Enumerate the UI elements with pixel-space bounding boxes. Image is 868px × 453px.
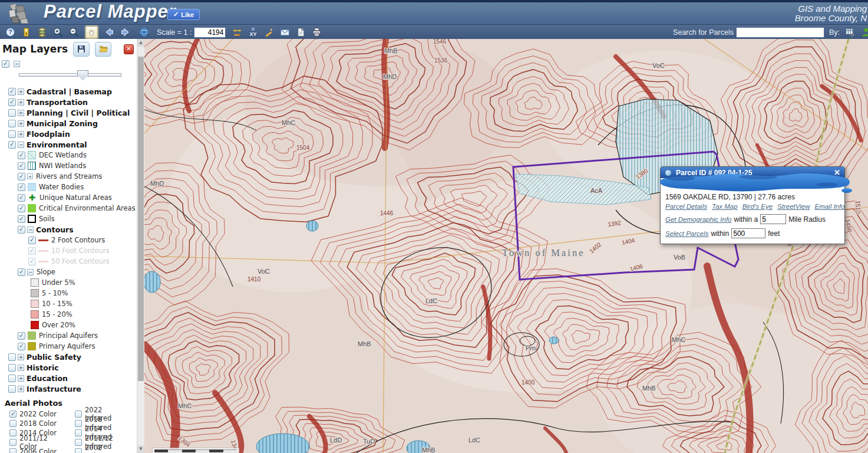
expand-icon[interactable]: + (18, 354, 24, 360)
scrollbar-thumb[interactable] (138, 57, 144, 381)
print-icon[interactable] (312, 27, 322, 37)
slope-checkbox[interactable] (18, 268, 25, 276)
full-extent-globe-icon[interactable] (139, 27, 149, 37)
layers-icon[interactable] (37, 27, 47, 37)
collapse-all-icon[interactable]: − (14, 61, 20, 67)
historic-checkbox[interactable] (8, 364, 16, 372)
expand-icon[interactable]: + (27, 173, 33, 179)
rivers-and-streams-checkbox[interactable] (18, 173, 25, 180)
bird-s-eye-link[interactable]: Bird's Eye (742, 203, 773, 210)
expand-icon[interactable]: + (18, 88, 24, 95)
help-icon[interactable]: ? (5, 27, 15, 37)
scale-input[interactable] (194, 27, 226, 38)
water-bodies-checkbox[interactable] (18, 183, 25, 191)
expand-icon[interactable]: + (18, 120, 24, 127)
report-page-icon[interactable] (296, 27, 306, 37)
soils-checkbox[interactable] (18, 215, 25, 223)
2014-infrared-checkbox[interactable] (75, 429, 82, 436)
municipal-zoning-checkbox[interactable] (8, 120, 16, 127)
load-layers-button[interactable] (95, 42, 111, 57)
panel-close-button[interactable]: ✕ (124, 44, 134, 54)
layer-row-contours: −Contours (0, 224, 137, 235)
contours-checkbox[interactable] (18, 226, 25, 234)
principal-aquifers-swatch (28, 331, 36, 340)
education-checkbox[interactable] (8, 375, 16, 382)
layer-row-slope: −Slope (0, 267, 137, 277)
email-map-icon[interactable] (280, 27, 290, 37)
2006-color-checkbox[interactable] (9, 448, 16, 453)
save-layers-button[interactable] (73, 42, 90, 57)
2-foot-contours-checkbox[interactable] (28, 237, 36, 244)
infastructure-checkbox[interactable] (8, 385, 16, 393)
2022-color-checkbox[interactable] (9, 411, 16, 418)
dec-wetlands-checkbox[interactable] (18, 152, 25, 159)
forward-extent-icon[interactable] (120, 27, 130, 37)
back-extent-icon[interactable] (104, 27, 114, 37)
opacity-slider-handle[interactable] (77, 70, 88, 80)
transportation-checkbox[interactable] (8, 99, 16, 106)
collapse-icon[interactable]: − (27, 226, 34, 233)
floodplain-checkbox[interactable] (8, 130, 16, 138)
get-demographic-info-link[interactable]: Get Demographic Info (665, 216, 732, 223)
primary-aquifers-checkbox[interactable] (18, 343, 25, 350)
principal-aquifers-label: Principal Aquifers (39, 331, 98, 340)
expand-icon[interactable]: + (18, 110, 24, 116)
draw-pencil-icon[interactable] (264, 27, 274, 37)
xy-coordinates-icon[interactable]: XY (248, 27, 258, 37)
2018-color-checkbox[interactable] (9, 420, 16, 427)
2011-12-infrared-checkbox[interactable] (75, 439, 82, 446)
streetview-link[interactable]: StreetView (777, 203, 810, 210)
environmental-checkbox[interactable] (8, 141, 16, 149)
expand-icon[interactable]: + (18, 99, 24, 106)
topo-map-image[interactable]: 1546153615041446138013921404140214061410… (144, 39, 868, 453)
expand-icon[interactable]: + (18, 131, 24, 137)
radius-input[interactable] (760, 214, 786, 224)
collapse-icon[interactable]: − (27, 269, 34, 275)
user-icon[interactable] (861, 27, 868, 37)
tax-map-link[interactable]: Tax Map (712, 203, 738, 210)
expand-icon[interactable]: + (18, 386, 24, 392)
map-canvas[interactable]: 1546153615041446138013921404140214061410… (144, 39, 868, 453)
cadastral-basemap-checkbox[interactable] (8, 88, 16, 96)
email-info-link[interactable]: Email Info (814, 203, 844, 210)
public-safety-checkbox[interactable] (8, 353, 16, 361)
10-foot-contours-checkbox[interactable] (28, 247, 36, 255)
select-parcels-link[interactable]: Select Parcels (665, 230, 709, 237)
expand-icon[interactable]: + (18, 375, 24, 382)
unique-natural-areas-checkbox[interactable] (18, 194, 25, 202)
nwi-wetlands-checkbox[interactable] (18, 162, 25, 170)
svg-text:MhB: MhB (422, 447, 435, 453)
zoom-out-icon[interactable] (69, 27, 79, 37)
search-input[interactable] (736, 27, 824, 38)
expand-icon[interactable]: + (18, 365, 24, 371)
2014-color-checkbox[interactable] (9, 429, 16, 436)
opacity-slider[interactable] (19, 73, 121, 77)
15-20-label: 15 - 20% (42, 310, 72, 319)
aerial-row: 2006 Color2002 Color/B&W (0, 447, 137, 453)
contours-label: Contours (36, 225, 74, 234)
identify-icon[interactable] (21, 27, 31, 37)
popup-title-bar[interactable]: Parcel ID # 092.04-1-25 ✕ (661, 167, 844, 178)
planning-civil-political-checkbox[interactable] (8, 109, 16, 117)
collapse-icon[interactable]: − (18, 142, 24, 148)
check-all-checkbox[interactable] (2, 60, 9, 68)
pan-tool-button[interactable] (85, 26, 98, 38)
like-button[interactable]: ✓ Like (167, 9, 200, 20)
parcel-details-link[interactable]: Parcel Details (665, 203, 707, 210)
distance-input[interactable] (731, 228, 765, 238)
zoom-in-icon[interactable] (53, 27, 63, 37)
sidebar-scrollbar[interactable]: ▲ ▼ (137, 39, 144, 453)
scroll-up-arrow[interactable]: ▲ (137, 39, 144, 47)
2011-12-color-checkbox[interactable] (9, 439, 16, 446)
measure-icon[interactable] (232, 27, 242, 37)
50-foot-contours-checkbox[interactable] (28, 258, 36, 265)
search-by-icon[interactable] (845, 27, 855, 37)
2018-infrared-checkbox[interactable] (75, 420, 82, 427)
popup-close-icon[interactable]: ✕ (834, 168, 840, 177)
critical-environmental-areas-checkbox[interactable] (18, 205, 25, 212)
2-foot-contours-swatch (38, 236, 48, 244)
2022-infrared-checkbox[interactable] (75, 411, 82, 418)
scroll-down-arrow[interactable]: ▼ (137, 445, 144, 453)
2002-color-b-w-checkbox[interactable] (75, 448, 82, 453)
principal-aquifers-checkbox[interactable] (18, 332, 25, 340)
